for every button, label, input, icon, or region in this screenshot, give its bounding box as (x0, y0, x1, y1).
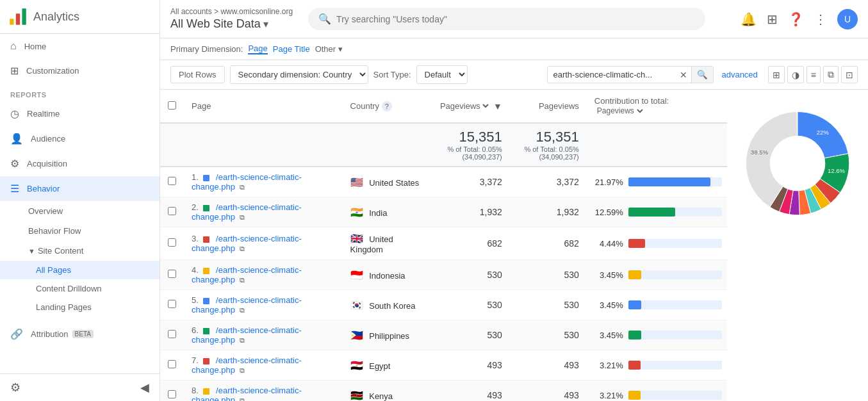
row-contribution-cell: 21.97% (587, 167, 727, 197)
plot-rows-button[interactable]: Plot Rows (170, 66, 225, 83)
behavior-icon: ☰ (10, 183, 19, 195)
sidebar-item-site-content[interactable]: ▼ Site Content (0, 241, 160, 261)
compare-view-button[interactable]: ⧉ (823, 66, 839, 83)
sidebar-item-behavior-label: Behavior (27, 184, 60, 193)
table-row: 3. /earth-science-climatic-change.php ⧉ … (160, 227, 727, 260)
row-checkbox[interactable] (168, 238, 176, 247)
sidebar-item-all-pages[interactable]: All Pages (0, 261, 160, 279)
external-link-icon[interactable]: ⧉ (240, 397, 245, 401)
row-pageviews-cell: 682 (430, 227, 510, 260)
contribution-bar (628, 391, 641, 400)
row-contribution-cell: 12.59% (587, 197, 727, 227)
sidebar-item-attribution-label: Attribution (31, 329, 69, 339)
sidebar-item-behavior-flow[interactable]: Behavior Flow (0, 221, 160, 241)
sidebar-item-attribution[interactable]: 🔗 Attribution BETA (0, 322, 160, 347)
country-name: Philippines (369, 331, 409, 341)
external-link-icon[interactable]: ⧉ (240, 336, 245, 344)
row-contribution-cell: 3.45% (587, 320, 727, 350)
country-name: Indonesia (369, 271, 405, 281)
sidebar-item-behavior[interactable]: ☰ Behavior (0, 176, 160, 201)
secondary-dimension-select[interactable]: Secondary dimension: Country (230, 65, 368, 84)
row-color-dot (203, 175, 209, 181)
bell-icon[interactable]: 🔔 (741, 12, 757, 27)
country-info-icon[interactable]: ? (382, 101, 392, 111)
external-link-icon[interactable]: ⧉ (240, 213, 245, 221)
sidebar-item-realtime[interactable]: ◷ Realtime (0, 101, 160, 126)
sidebar-item-content-drilldown[interactable]: Content Drilldown (0, 279, 160, 298)
row-pageviews2-cell: 1,932 (510, 197, 587, 227)
contribution-pct: 3.45% (594, 270, 623, 280)
total-contribution-base: (34,090,237) (518, 153, 579, 161)
row-checkbox[interactable] (168, 390, 176, 398)
row-country-cell: 🇰🇪 Kenya (343, 381, 430, 402)
row-page-cell: 1. /earth-science-climatic-change.php ⧉ (184, 167, 343, 197)
avatar[interactable]: U (837, 9, 858, 29)
row-pageviews2-cell: 530 (510, 290, 587, 320)
sidebar-item-acquisition[interactable]: ⚙ Acquisition (0, 151, 160, 176)
sidebar-item-audience[interactable]: 👤 Audience (0, 126, 160, 151)
settings-icon[interactable]: ⚙ (10, 381, 20, 395)
select-all-checkbox[interactable] (168, 101, 176, 110)
home-icon: ⌂ (10, 40, 17, 52)
external-link-icon[interactable]: ⧉ (240, 183, 245, 191)
totals-row: 15,351 % of Total: 0.05% (34,090,237) 15… (160, 123, 727, 167)
row-checkbox[interactable] (168, 300, 176, 308)
pie-view-button[interactable]: ◑ (787, 66, 804, 83)
dim-page-link[interactable]: Page (248, 44, 267, 54)
row-checkbox[interactable] (168, 270, 176, 278)
contribution-pct: 4.44% (594, 239, 623, 249)
primary-dim-label: Primary Dimension: (170, 44, 243, 54)
row-pageviews2-cell: 530 (510, 260, 587, 290)
row-checkbox-cell (160, 260, 184, 290)
row-page-cell: 5. /earth-science-climatic-change.php ⧉ (184, 290, 343, 320)
contribution-select[interactable]: Pageviews (594, 106, 645, 116)
sidebar-item-landing-pages-label: Landing Pages (36, 302, 92, 312)
account-dropdown-icon[interactable]: ▾ (263, 18, 268, 30)
sidebar-item-landing-pages[interactable]: Landing Pages (0, 298, 160, 316)
row-country-cell: 🇬🇧 United Kingdom (343, 227, 430, 260)
dim-other-dropdown[interactable]: Other ▾ (315, 44, 343, 54)
contribution-bar (628, 361, 641, 370)
search-filter-button[interactable]: 🔍 (691, 67, 713, 83)
sidebar-item-customization[interactable]: ⊞ Customization (0, 58, 160, 83)
contribution-pct: 3.45% (594, 300, 623, 310)
list-view-button[interactable]: ≡ (807, 66, 821, 83)
sort-type-select[interactable]: Default (416, 65, 468, 84)
external-link-icon[interactable]: ⧉ (240, 366, 245, 374)
sidebar-item-overview[interactable]: Overview (0, 201, 160, 221)
sidebar-item-all-pages-label: All Pages (36, 265, 71, 275)
pivot-view-button[interactable]: ⊡ (841, 66, 858, 83)
external-link-icon[interactable]: ⧉ (240, 306, 245, 314)
grid-icon[interactable]: ⊞ (767, 12, 778, 27)
pageviews-metric-select[interactable]: Pageviews (438, 101, 491, 111)
row-checkbox[interactable] (168, 360, 176, 368)
external-link-icon[interactable]: ⧉ (240, 276, 245, 284)
row-page-cell: 3. /earth-science-climatic-change.php ⧉ (184, 227, 343, 260)
filter-clear-button[interactable]: ✕ (676, 67, 691, 83)
sidebar-nav: ⌂ Home ⊞ Customization REPORTS ◷ Realtim… (0, 34, 160, 373)
advanced-link[interactable]: advanced (721, 70, 757, 79)
sort-arrow-icon[interactable]: ▼ (493, 101, 502, 111)
row-country-cell: 🇮🇳 India (343, 197, 430, 227)
search-filter-input[interactable] (548, 67, 676, 83)
dim-page-title-link[interactable]: Page Title (273, 44, 310, 54)
sidebar-item-home[interactable]: ⌂ Home (0, 34, 160, 58)
search-input[interactable] (336, 14, 695, 24)
sidebar-collapse-icon[interactable]: ◀ (140, 381, 149, 395)
row-checkbox-cell (160, 197, 184, 227)
row-contribution-cell: 3.21% (587, 381, 727, 402)
row-checkbox[interactable] (168, 207, 176, 215)
search-bar[interactable]: 🔍 (308, 8, 705, 30)
pageviews-value: 3,372 (480, 177, 502, 187)
help-icon[interactable]: ❓ (788, 12, 804, 27)
external-link-icon[interactable]: ⧉ (240, 245, 245, 252)
grid-view-button[interactable]: ⊞ (768, 66, 785, 83)
row-contribution-cell: 3.21% (587, 350, 727, 381)
more-vert-icon[interactable]: ⋮ (814, 12, 827, 27)
country-name: Egypt (369, 361, 390, 371)
country-flag-icon: 🇺🇸 (350, 177, 363, 188)
table-header-row: Page Country ? Pageviews ▼ (160, 90, 727, 123)
row-checkbox[interactable] (168, 330, 176, 338)
sidebar-item-site-content-label: Site Content (38, 246, 84, 256)
row-checkbox[interactable] (168, 177, 176, 185)
